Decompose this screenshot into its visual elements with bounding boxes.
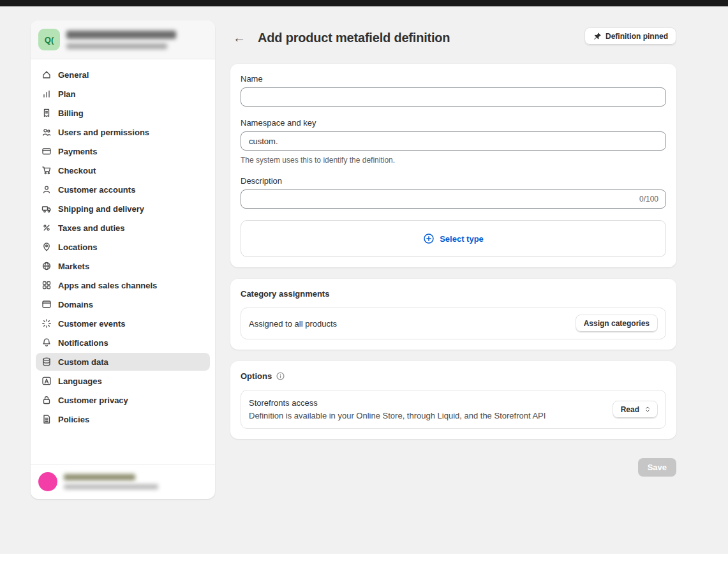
- store-domain-redacted: [66, 43, 167, 49]
- sidebar-item-label: Markets: [58, 262, 89, 271]
- sidebar-item-payments[interactable]: Payments: [36, 142, 210, 160]
- sidebar-item-label: Users and permissions: [58, 128, 149, 137]
- save-button[interactable]: Save: [638, 458, 676, 477]
- sidebar-item-customer-accounts[interactable]: Customer accounts: [36, 181, 210, 198]
- options-heading-row: Options: [241, 371, 666, 381]
- sidebar-item-taxes-and-duties[interactable]: Taxes and duties: [36, 219, 210, 237]
- sidebar-item-notifications[interactable]: Notifications: [36, 334, 210, 352]
- name-field-group: Name: [241, 74, 666, 107]
- sidebar-item-customer-privacy[interactable]: Customer privacy: [36, 391, 210, 409]
- sidebar-item-label: Custom data: [58, 357, 108, 367]
- sidebar-item-label: Billing: [58, 108, 84, 118]
- sidebar-item-checkout[interactable]: Checkout: [36, 161, 210, 179]
- customer-events-icon: [41, 318, 52, 329]
- sidebar-item-label: Locations: [58, 242, 97, 252]
- plan-icon: [41, 89, 52, 100]
- category-assignment-status: Assigned to all products: [249, 319, 337, 329]
- settings-page: Q( GeneralPlanBillingUsers and permissio…: [0, 0, 728, 564]
- top-black-bar: [0, 0, 728, 6]
- back-arrow-icon: ←: [233, 31, 246, 45]
- sidebar-item-label: Customer privacy: [58, 396, 128, 405]
- shipping-truck-icon: [41, 204, 52, 214]
- settings-nav: GeneralPlanBillingUsers and permissionsP…: [31, 59, 215, 464]
- sidebar-item-markets[interactable]: Markets: [36, 257, 210, 275]
- store-identity: [66, 31, 176, 49]
- sidebar-item-policies[interactable]: Policies: [36, 410, 210, 428]
- domains-browser-icon: [41, 299, 52, 310]
- user-name-redacted: [64, 474, 135, 480]
- custom-data-icon: [41, 357, 52, 367]
- definition-pinned-button[interactable]: Definition pinned: [584, 27, 676, 45]
- sidebar-item-plan[interactable]: Plan: [36, 85, 210, 103]
- apps-grid-icon: [41, 280, 52, 291]
- description-input[interactable]: [241, 189, 666, 209]
- description-input-wrap: 0/100: [241, 189, 666, 209]
- save-row: Save: [230, 458, 676, 477]
- storefronts-access-description: Definition is available in your Online S…: [249, 411, 546, 420]
- user-footer[interactable]: [31, 464, 215, 499]
- sidebar-item-billing[interactable]: Billing: [36, 104, 210, 122]
- name-input[interactable]: [241, 87, 666, 107]
- storefronts-access-row: Storefronts access Definition is availab…: [241, 390, 666, 429]
- users-icon: [41, 127, 52, 138]
- sidebar-item-label: Taxes and duties: [58, 223, 125, 233]
- sidebar-item-label: Checkout: [58, 166, 96, 175]
- sidebar-item-label: Plan: [58, 89, 75, 99]
- page-header: ← Add product metafield definition Defin…: [230, 27, 676, 48]
- sidebar-item-domains[interactable]: Domains: [36, 295, 210, 313]
- sidebar-item-label: Customer accounts: [58, 185, 135, 195]
- sidebar-item-label: Notifications: [58, 338, 108, 348]
- sidebar-item-locations[interactable]: Locations: [36, 238, 210, 256]
- back-button[interactable]: ←: [230, 29, 248, 47]
- user-email-redacted: [64, 484, 158, 489]
- languages-icon: [41, 376, 52, 387]
- storefronts-access-title: Storefronts access: [249, 398, 546, 408]
- storefronts-access-text: Storefronts access Definition is availab…: [249, 398, 546, 420]
- select-type-label: Select type: [440, 234, 484, 244]
- sidebar-item-customer-events[interactable]: Customer events: [36, 315, 210, 332]
- namespace-help-text: The system uses this to identify the def…: [241, 156, 666, 165]
- store-name-redacted: [66, 31, 176, 39]
- user-avatar: [38, 472, 57, 491]
- checkout-cart-icon: [41, 165, 52, 176]
- definition-form-card: Name Namespace and key The system uses t…: [230, 64, 676, 267]
- page-title: Add product metafield definition: [258, 31, 450, 45]
- sidebar-item-label: General: [58, 70, 89, 80]
- category-assignment-row: Assigned to all products Assign categori…: [241, 308, 666, 339]
- sidebar-item-label: Apps and sales channels: [58, 281, 157, 290]
- sidebar-item-users-and-permissions[interactable]: Users and permissions: [36, 123, 210, 141]
- category-heading-row: Category assignments: [241, 289, 666, 299]
- sidebar-item-label: Payments: [58, 147, 97, 156]
- sidebar-item-label: Shipping and delivery: [58, 204, 144, 214]
- sidebar-item-languages[interactable]: Languages: [36, 372, 210, 390]
- sidebar-item-custom-data[interactable]: Custom data: [36, 353, 210, 371]
- storefronts-access-select[interactable]: Read: [613, 401, 658, 419]
- customer-accounts-icon: [41, 184, 52, 195]
- assign-categories-button[interactable]: Assign categories: [576, 315, 658, 332]
- sidebar-item-label: Customer events: [58, 319, 125, 329]
- sidebar-item-apps-and-sales-channels[interactable]: Apps and sales channels: [36, 276, 210, 294]
- payments-icon: [41, 146, 52, 157]
- sidebar-item-label: Domains: [58, 300, 93, 309]
- description-label: Description: [241, 176, 666, 186]
- storefronts-access-value: Read: [621, 405, 639, 414]
- category-assignments-card: Category assignments Assigned to all pro…: [230, 279, 676, 350]
- sidebar-item-general[interactable]: General: [36, 66, 210, 84]
- select-type-button[interactable]: Select type: [241, 220, 666, 257]
- taxes-percent-icon: [41, 223, 52, 234]
- namespace-input[interactable]: [241, 131, 666, 151]
- home-icon: [41, 70, 52, 80]
- store-header[interactable]: Q(: [31, 20, 215, 59]
- sidebar-item-shipping-and-delivery[interactable]: Shipping and delivery: [36, 200, 210, 218]
- namespace-field-group: Namespace and key The system uses this t…: [241, 118, 666, 165]
- policies-doc-icon: [41, 414, 52, 425]
- main-content: ← Add product metafield definition Defin…: [230, 27, 676, 477]
- billing-icon: [41, 108, 52, 119]
- bottom-strip: [0, 554, 728, 564]
- user-identity: [64, 474, 158, 489]
- info-icon[interactable]: [276, 371, 285, 381]
- location-pin-icon: [41, 242, 52, 253]
- description-char-counter: 0/100: [639, 195, 658, 204]
- markets-globe-icon: [41, 261, 52, 272]
- privacy-lock-icon: [41, 395, 52, 406]
